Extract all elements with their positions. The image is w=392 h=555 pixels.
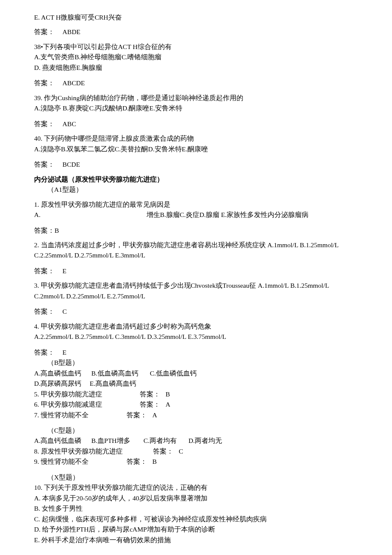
q40-opts: A.溴隐亭B.双氯苯二氯乙烷C.美替拉酮D.安鲁米特E.酮康唑 xyxy=(34,145,358,154)
q3-stem-2: C.2mmol/L D.2.25mmol/L E.2.75mmol/L xyxy=(34,292,358,301)
q10-stem: 10. 下列关于原发性甲状旁腺功能亢进症的说法，正确的有 xyxy=(34,483,358,492)
answer-value: ABDE xyxy=(63,27,81,37)
answer-value: ABCDE xyxy=(63,78,85,88)
q1-opts: A.增生B.腺瘤C.炎症D.腺瘤 E.家族性多发性内分泌腺瘤病 xyxy=(34,210,358,220)
q7-answer: A xyxy=(152,411,157,419)
q39-opts: A.溴隐亭 B.赛庚啶C.丙戊酸钠D.酮康唑E.安鲁米特 xyxy=(34,104,358,113)
b-opts-2: D.髙尿磷髙尿钙 E.髙血磷髙血钙 xyxy=(34,379,358,388)
q37-answer: 答案：ABDE xyxy=(34,27,358,37)
q1-answer: 答案：B xyxy=(34,226,358,235)
q3: 3. 甲状旁腺功能亢进症患者血清钙持续低于多少出现Chvostek或Trouss… xyxy=(34,281,358,301)
section-heading: 内分泌试题（原发性甲状旁腺功能亢进症） xyxy=(34,175,358,184)
q38-stem: 38•下列各项中可以引起异位ACT H综合征的有 xyxy=(34,42,358,52)
answer-label: 答案： xyxy=(153,448,173,455)
answer-label: 答案： xyxy=(34,307,55,316)
answer-value: E xyxy=(63,348,66,357)
q39-answer: 答案：ABC xyxy=(34,119,358,129)
q10-opt-b: B. 女性多于男性 xyxy=(34,504,358,513)
answer-value: C xyxy=(63,307,67,316)
q4-stem: 4. 甲状旁腺功能亢进症患者血清钙超过多少时称为高钙危象 xyxy=(34,322,358,331)
q6-answer: A xyxy=(165,401,170,408)
q40: 40. 下列药物中哪些是阻滞肾上腺皮质激素合成的药物 A.溴隐亭B.双氯苯二氯乙… xyxy=(34,134,358,154)
q9: 9. 慢性肾功能不全答案：B xyxy=(34,457,358,466)
q2-answer: 答案：E xyxy=(34,266,358,276)
type-x-label: （X型题） xyxy=(34,473,358,482)
type-c-label: （C型题） xyxy=(34,426,358,435)
q5-stem: 5. 甲状旁腺功能亢进症 xyxy=(34,390,140,399)
answer-label: 答案： xyxy=(34,348,55,357)
answer-label: 答案： xyxy=(34,119,55,129)
answer-label: 答案： xyxy=(34,27,55,37)
q5-answer: B xyxy=(165,390,170,398)
q39-stem: 39. 作为Cushing病的辅助治疗药物，哪些是通过影响神经递质起作用的 xyxy=(34,93,358,103)
q9-stem: 9. 慢性肾功能不全 xyxy=(34,457,127,466)
type-b-label: （B型题） xyxy=(34,358,358,367)
q8-answer: C xyxy=(179,448,183,455)
answer-label: 答案： xyxy=(140,401,160,408)
q10-opt-d: D. 给予外源性PTH后，尿磷与尿cAMP增加有助于本病的诊断 xyxy=(34,525,358,534)
q8-stem: 8. 原发性甲状旁腺功能亢进症 xyxy=(34,447,153,456)
answer-value: E xyxy=(63,266,66,276)
q38-answer: 答案：ABCDE xyxy=(34,78,358,88)
answer-value: B xyxy=(55,227,59,234)
answer-label: 答案： xyxy=(34,227,55,234)
b-opts-1: A.高血磷低血钙 B.低血磷高血钙 C.低血磷低血钙 xyxy=(34,369,358,378)
answer-label: 答案： xyxy=(140,390,160,398)
q10-opt-a: A. 本病多见于20-50岁的成年人，40岁以后发病率显著增加 xyxy=(34,494,358,503)
q1: 1. 原发性甲状旁腺功能亢进症的最常见病因是 A.增生B.腺瘤C.炎症D.腺瘤 … xyxy=(34,200,358,220)
answer-value: BCDE xyxy=(63,160,80,169)
q10-opt-c: C. 起病缓慢，临床表现可多种多样，可被误诊为神经症或原发性神经肌肉疾病 xyxy=(34,515,358,524)
q5: 5. 甲状旁腺功能亢进症答案：B xyxy=(34,390,358,399)
q9-answer: B xyxy=(152,458,156,465)
q6: 6. 甲状旁腺功能减退症答案：A xyxy=(34,400,358,409)
q38-opts-1: A.支气管类癌B.神经母细胞瘤C.嗜铬细胞瘤 xyxy=(34,52,358,62)
q8: 8. 原发性甲状旁腺功能亢进症答案：C xyxy=(34,447,358,456)
q1-opt-a-label: A. xyxy=(34,210,147,220)
q7-stem: 7. 慢性肾功能不全 xyxy=(34,410,127,420)
q3-stem-1: 3. 甲状旁腺功能亢进症患者血清钙持续低于多少出现Chvostek或Trouss… xyxy=(34,281,358,290)
c-opts: A.高血钙低血磷 B.血PTH增多 C.两者均有 D.两者均无 xyxy=(34,436,358,445)
q2-stem-1: 2. 当血清钙浓度超过多少时，甲状旁腺功能亢进症患者容易出现神经系统症状 A.1… xyxy=(34,240,358,250)
answer-label: 答案： xyxy=(127,458,147,465)
type-a1-label: （A1型题） xyxy=(34,185,358,194)
q6-stem: 6. 甲状旁腺功能减退症 xyxy=(34,400,140,409)
q37-opt-e: E. ACT H微腺瘤可受CRH兴奋 xyxy=(34,13,358,22)
answer-label: 答案： xyxy=(34,78,55,88)
answer-label: 答案： xyxy=(127,411,147,419)
answer-label: 答案： xyxy=(34,160,55,169)
q39: 39. 作为Cushing病的辅助治疗药物，哪些是通过影响神经递质起作用的 A.… xyxy=(34,93,358,113)
answer-label: 答案： xyxy=(34,266,55,276)
q4-answer: 答案：E xyxy=(34,348,358,357)
q10-opt-e: E. 外科手术是治疗本病唯一有确切效果的措施 xyxy=(34,535,358,545)
q4: 4. 甲状旁腺功能亢进症患者血清钙超过多少时称为高钙危象 A.2.25mmol/… xyxy=(34,322,358,342)
q4-opts: A.2.25mmol/L B.2.75mmol/L C.3mmol/L D.3.… xyxy=(34,332,358,341)
q38: 38•下列各项中可以引起异位ACT H综合征的有 A.支气管类癌B.神经母细胞瘤… xyxy=(34,42,358,72)
q3-answer: 答案：C xyxy=(34,307,358,316)
answer-value: ABC xyxy=(63,119,76,129)
q1-stem: 1. 原发性甲状旁腺功能亢进症的最常见病因是 xyxy=(34,200,358,209)
q2-stem-2: C.2.25mmol/L D.2.75mmol/L E.3mmol/L xyxy=(34,251,358,260)
q2: 2. 当血清钙浓度超过多少时，甲状旁腺功能亢进症患者容易出现神经系统症状 A.1… xyxy=(34,240,358,260)
q40-stem: 40. 下列药物中哪些是阻滞肾上腺皮质激素合成的药物 xyxy=(34,134,358,143)
q1-opts-rest: 增生B.腺瘤C.炎症D.腺瘤 E.家族性多发性内分泌腺瘤病 xyxy=(147,211,309,218)
q40-answer: 答案：BCDE xyxy=(34,160,358,169)
q7: 7. 慢性肾功能不全答案：A xyxy=(34,410,358,420)
q38-opts-2: D. 燕麦细胞癌E.胸腺瘤 xyxy=(34,63,358,72)
